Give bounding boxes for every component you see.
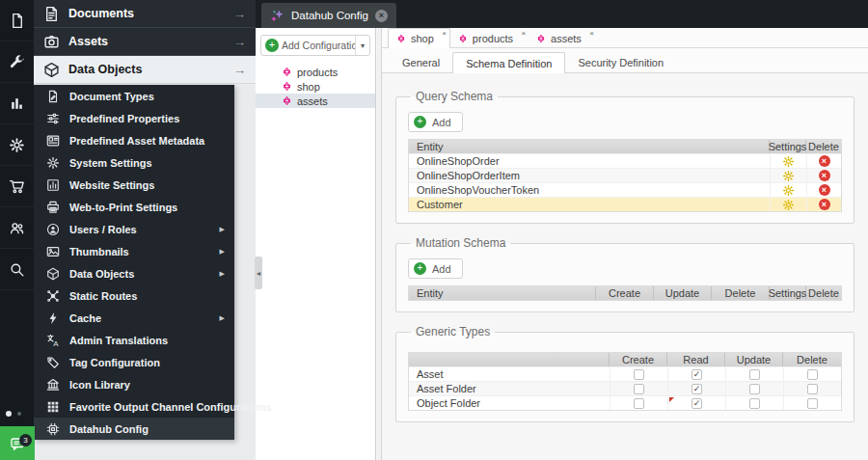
checkbox-read[interactable] <box>692 398 702 409</box>
settings-gear-icon[interactable] <box>782 184 795 197</box>
configuration-list: products shop assets <box>256 65 375 108</box>
accordion-item-assets[interactable]: Assets → <box>34 28 256 56</box>
editor-tab-shop[interactable]: shop <box>388 28 450 48</box>
menu-item-users-roles[interactable]: Users / Roles▶ <box>34 218 234 240</box>
menu-item-thumbnails[interactable]: Thumbnails▶ <box>34 240 234 262</box>
editor-tab-bar: shop products assets <box>382 28 868 48</box>
statistics-button[interactable] <box>0 83 34 124</box>
hexagram-icon <box>282 67 292 77</box>
menu-item-website-settings[interactable]: Website Settings <box>34 174 234 196</box>
config-item-shop[interactable]: shop <box>256 79 375 94</box>
menu-item-admin-translations[interactable]: AAdmin Translations <box>34 329 234 351</box>
checkbox-update[interactable] <box>749 384 760 394</box>
ecommerce-button[interactable] <box>0 166 34 207</box>
users-button[interactable] <box>0 207 34 249</box>
table-row[interactable]: OnlineShopOrderItem <box>409 168 841 182</box>
menu-item-predefined-asset-metadata[interactable]: Predefined Asset Metadata <box>34 129 234 151</box>
hexagram-icon <box>282 81 292 92</box>
delete-icon[interactable] <box>819 184 830 196</box>
menu-item-document-types[interactable]: Document Types <box>34 85 234 107</box>
panel-collapse-handle[interactable]: ◄ <box>255 257 262 289</box>
delete-icon[interactable] <box>819 155 830 167</box>
settings-gear-icon[interactable] <box>782 155 795 168</box>
column-header-delete[interactable]: Delete <box>806 286 841 300</box>
menu-item-web-to-print-settings[interactable]: Web-to-Print Settings <box>34 196 234 218</box>
close-icon[interactable] <box>442 29 447 38</box>
wrench-icon <box>9 54 25 70</box>
menu-item-predefined-properties[interactable]: Predefined Properties <box>34 107 234 129</box>
checkbox-delete[interactable] <box>807 384 818 394</box>
column-header-update[interactable]: Update <box>654 286 712 300</box>
editor-tab-products[interactable]: products <box>450 29 529 47</box>
table-row[interactable]: OnlineShopVoucherToken <box>409 182 841 197</box>
search-button[interactable] <box>0 249 34 290</box>
menu-item-system-settings[interactable]: System Settings <box>34 151 234 174</box>
checkbox-create[interactable] <box>634 369 644 380</box>
column-header-settings[interactable]: Settings <box>770 140 806 153</box>
svg-text:A: A <box>53 338 59 346</box>
delete-icon[interactable] <box>819 170 830 181</box>
table-row[interactable]: OnlineShopOrder <box>409 153 841 168</box>
settings-gear-icon[interactable] <box>782 170 795 182</box>
fieldset-legend: Mutation Schema <box>411 236 510 250</box>
column-header-delete[interactable]: Delete <box>806 140 841 153</box>
accordion-item-documents[interactable]: Documents → <box>34 0 256 28</box>
table-row-selected[interactable]: Customer <box>409 197 841 211</box>
add-configuration-button[interactable]: Add Configuration <box>260 35 370 56</box>
checkbox-read[interactable] <box>692 369 702 380</box>
settings-button[interactable] <box>0 124 34 166</box>
editor-area: shop products assets General Schema Defi… <box>382 28 868 460</box>
bank-icon <box>46 378 60 392</box>
dirty-indicator <box>669 397 674 402</box>
checkbox-update[interactable] <box>749 398 760 409</box>
column-header-create[interactable]: Create <box>596 286 654 300</box>
column-header-delete[interactable]: Delete <box>712 286 770 300</box>
documents-perspective-button[interactable] <box>0 0 34 41</box>
column-header-settings[interactable]: Settings <box>770 286 806 300</box>
accordion-item-data-objects[interactable]: Data Objects → <box>34 56 256 84</box>
tools-button[interactable] <box>0 41 34 83</box>
tab-general[interactable]: General <box>390 52 452 72</box>
chat-button[interactable]: 3 <box>0 426 35 460</box>
arrow-right-icon: → <box>233 35 246 49</box>
search-icon <box>9 261 25 278</box>
caret-down-icon[interactable] <box>355 36 369 55</box>
chevron-right-icon: ▶ <box>220 226 225 233</box>
config-item-assets[interactable]: assets <box>256 94 375 108</box>
tab-datahub-config[interactable]: Datahub Config <box>261 3 396 28</box>
menu-item-favorite-output-channel[interactable]: Favorite Output Channel Configurations <box>34 395 234 418</box>
column-header-create[interactable]: Create <box>610 353 667 366</box>
query-schema-add-button[interactable]: Add <box>408 112 463 132</box>
column-header-delete[interactable]: Delete <box>783 353 841 366</box>
checkbox-create[interactable] <box>634 384 644 394</box>
checkbox-read[interactable] <box>692 384 702 394</box>
table-row-asset: Asset <box>409 366 841 381</box>
menu-item-tag-configuration[interactable]: Tag Configuration <box>34 351 234 373</box>
column-header-read[interactable]: Read <box>667 353 725 366</box>
menu-item-data-objects[interactable]: Data Objects▶ <box>34 262 234 284</box>
checkbox-delete[interactable] <box>807 398 818 409</box>
editor-tab-assets[interactable]: assets <box>529 29 597 47</box>
menu-item-icon-library[interactable]: Icon Library <box>34 373 234 395</box>
settings-gear-icon[interactable] <box>782 199 795 211</box>
checkbox-delete[interactable] <box>807 369 818 380</box>
tab-schema-definition[interactable]: Schema Definition <box>452 52 565 73</box>
column-header-update[interactable]: Update <box>725 353 783 366</box>
checkbox-create[interactable] <box>634 398 644 409</box>
panel-splitter[interactable] <box>377 28 382 460</box>
config-item-products[interactable]: products <box>256 65 375 79</box>
menu-item-cache[interactable]: Cache▶ <box>34 307 234 329</box>
checkbox-update[interactable] <box>749 369 760 380</box>
tab-security-definition[interactable]: Security Definition <box>565 52 676 72</box>
close-icon[interactable] <box>521 29 526 38</box>
menu-item-static-routes[interactable]: Static Routes <box>34 284 234 307</box>
close-icon[interactable] <box>589 29 594 38</box>
fieldset-legend: Query Schema <box>411 90 498 103</box>
mutation-schema-add-button[interactable]: Add <box>408 258 463 279</box>
cart-icon <box>9 178 25 195</box>
menu-item-datahub-config[interactable]: Datahub Config <box>34 418 234 440</box>
column-header-entity[interactable]: Entity <box>409 286 596 300</box>
close-icon[interactable] <box>375 10 388 22</box>
column-header-entity[interactable]: Entity <box>409 140 770 153</box>
delete-icon[interactable] <box>819 199 830 210</box>
